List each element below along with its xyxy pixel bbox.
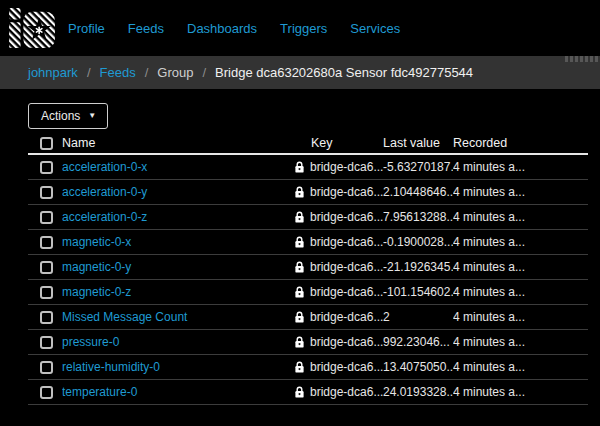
feed-last-value: 2.10448646... bbox=[383, 185, 453, 199]
row-checkbox[interactable] bbox=[40, 286, 53, 299]
row-checkbox[interactable] bbox=[40, 311, 53, 324]
feed-key: bridge-dca6... bbox=[310, 310, 383, 324]
feed-recorded: 4 minutes a... bbox=[453, 335, 588, 349]
adafruit-io-logo-icon[interactable] bbox=[8, 7, 56, 49]
feed-key: bridge-dca6... bbox=[310, 210, 383, 224]
table-row: Missed Message Count bridge-dca6... 2 4 … bbox=[28, 305, 588, 330]
adafruit-io-page: { "nav": { "logo": "adafruit-io-logo", "… bbox=[0, 0, 600, 426]
feeds-table: Name Key Last value Recorded acceleratio… bbox=[28, 135, 588, 405]
table-header-row: Name Key Last value Recorded bbox=[28, 135, 588, 155]
feed-last-value: 2 bbox=[383, 310, 453, 324]
lock-icon bbox=[295, 236, 304, 248]
feed-key: bridge-dca6... bbox=[310, 360, 383, 374]
table-row: acceleration-0-x bridge-dca6... -5.63270… bbox=[28, 155, 588, 180]
row-checkbox[interactable] bbox=[40, 336, 53, 349]
row-checkbox[interactable] bbox=[40, 386, 53, 399]
feed-last-value: -5.63270187... bbox=[383, 160, 453, 174]
lock-icon bbox=[295, 161, 304, 173]
row-checkbox[interactable] bbox=[40, 236, 53, 249]
lock-icon bbox=[295, 336, 304, 348]
lock-icon bbox=[295, 261, 304, 273]
breadcrumb-user-link[interactable]: johnpark bbox=[28, 65, 78, 80]
column-header-key: Key bbox=[295, 136, 383, 150]
dotted-decoration bbox=[565, 56, 600, 62]
feed-name-link[interactable]: acceleration-0-y bbox=[62, 185, 295, 199]
top-nav: Profile Feeds Dashboards Triggers Servic… bbox=[0, 0, 600, 56]
breadcrumb-page-title: Bridge dca63202680a Sensor fdc492775544 bbox=[215, 65, 473, 80]
feed-key: bridge-dca6... bbox=[310, 285, 383, 299]
feed-last-value: -101.154602... bbox=[383, 285, 453, 299]
feed-name-link[interactable]: Missed Message Count bbox=[62, 310, 295, 324]
feed-last-value: 24.0193328... bbox=[383, 385, 453, 399]
table-row: magnetic-0-y bridge-dca6... -21.1926345.… bbox=[28, 255, 588, 280]
feed-key: bridge-dca6... bbox=[310, 185, 383, 199]
table-row: acceleration-0-z bridge-dca6... 7.956132… bbox=[28, 205, 588, 230]
feed-last-value: 13.4075050... bbox=[383, 360, 453, 374]
table-row: pressure-0 bridge-dca6... 992.23046... 4… bbox=[28, 330, 588, 355]
actions-button[interactable]: Actions ▼ bbox=[28, 103, 108, 129]
nav-item-dashboards[interactable]: Dashboards bbox=[187, 21, 257, 36]
feed-name-link[interactable]: magnetic-0-y bbox=[62, 260, 295, 274]
row-checkbox[interactable] bbox=[40, 361, 53, 374]
feed-name-link[interactable]: magnetic-0-z bbox=[62, 285, 295, 299]
feed-recorded: 4 minutes a... bbox=[453, 185, 588, 199]
chevron-down-icon: ▼ bbox=[88, 112, 96, 120]
table-row: acceleration-0-y bridge-dca6... 2.104486… bbox=[28, 180, 588, 205]
table-row: temperature-0 bridge-dca6... 24.0193328.… bbox=[28, 380, 588, 405]
feed-last-value: -21.1926345... bbox=[383, 260, 453, 274]
breadcrumb-group-label: Group bbox=[157, 65, 193, 80]
feed-recorded: 4 minutes a... bbox=[453, 210, 588, 224]
feed-recorded: 4 minutes a... bbox=[453, 235, 588, 249]
feed-last-value: 992.23046... bbox=[383, 335, 453, 349]
feed-last-value: -0.1900028... bbox=[383, 235, 453, 249]
breadcrumb-separator: / bbox=[145, 65, 149, 80]
lock-icon bbox=[295, 286, 304, 298]
row-checkbox[interactable] bbox=[40, 161, 53, 174]
feed-key: bridge-dca6... bbox=[310, 385, 383, 399]
lock-icon bbox=[295, 386, 304, 398]
lock-icon bbox=[295, 311, 304, 323]
actions-button-label: Actions bbox=[41, 109, 80, 123]
main-content: Actions ▼ Name Key Last value Recorded a… bbox=[28, 89, 588, 405]
table-row: magnetic-0-x bridge-dca6... -0.1900028..… bbox=[28, 230, 588, 255]
column-header-last-value: Last value bbox=[383, 136, 453, 150]
feed-name-link[interactable]: temperature-0 bbox=[62, 385, 295, 399]
breadcrumb: johnpark / Feeds / Group / Bridge dca632… bbox=[0, 56, 600, 89]
nav-item-services[interactable]: Services bbox=[350, 21, 400, 36]
lock-icon bbox=[295, 361, 304, 373]
feed-key: bridge-dca6... bbox=[310, 260, 383, 274]
nav-item-profile[interactable]: Profile bbox=[68, 21, 105, 36]
breadcrumb-separator: / bbox=[87, 65, 91, 80]
feed-name-link[interactable]: acceleration-0-z bbox=[62, 210, 295, 224]
column-header-name: Name bbox=[62, 136, 295, 150]
nav-links: Profile Feeds Dashboards Triggers Servic… bbox=[68, 21, 400, 36]
feed-name-link[interactable]: magnetic-0-x bbox=[62, 235, 295, 249]
breadcrumb-separator: / bbox=[202, 65, 206, 80]
table-row: relative-humidity-0 bridge-dca6... 13.40… bbox=[28, 355, 588, 380]
feed-recorded: 4 minutes a... bbox=[453, 160, 588, 174]
nav-item-triggers[interactable]: Triggers bbox=[280, 21, 327, 36]
lock-icon bbox=[295, 211, 304, 223]
feed-key: bridge-dca6... bbox=[310, 335, 383, 349]
feed-recorded: 4 minutes a... bbox=[453, 385, 588, 399]
nav-item-feeds[interactable]: Feeds bbox=[128, 21, 164, 36]
lock-icon bbox=[295, 186, 304, 198]
select-all-checkbox[interactable] bbox=[40, 137, 53, 150]
breadcrumb-feeds-link[interactable]: Feeds bbox=[100, 65, 136, 80]
feed-name-link[interactable]: acceleration-0-x bbox=[62, 160, 295, 174]
feed-recorded: 4 minutes a... bbox=[453, 360, 588, 374]
feed-recorded: 4 minutes a... bbox=[453, 285, 588, 299]
feed-name-link[interactable]: pressure-0 bbox=[62, 335, 295, 349]
feed-name-link[interactable]: relative-humidity-0 bbox=[62, 360, 295, 374]
row-checkbox[interactable] bbox=[40, 211, 53, 224]
table-row: magnetic-0-z bridge-dca6... -101.154602.… bbox=[28, 280, 588, 305]
row-checkbox[interactable] bbox=[40, 261, 53, 274]
feed-last-value: 7.95613288... bbox=[383, 210, 453, 224]
column-header-recorded: Recorded bbox=[453, 136, 588, 150]
feed-key: bridge-dca6... bbox=[310, 160, 383, 174]
feed-recorded: 4 minutes a... bbox=[453, 310, 588, 324]
row-checkbox[interactable] bbox=[40, 186, 53, 199]
feed-recorded: 4 minutes a... bbox=[453, 260, 588, 274]
table-body: acceleration-0-x bridge-dca6... -5.63270… bbox=[28, 155, 588, 405]
feed-key: bridge-dca6... bbox=[310, 235, 383, 249]
